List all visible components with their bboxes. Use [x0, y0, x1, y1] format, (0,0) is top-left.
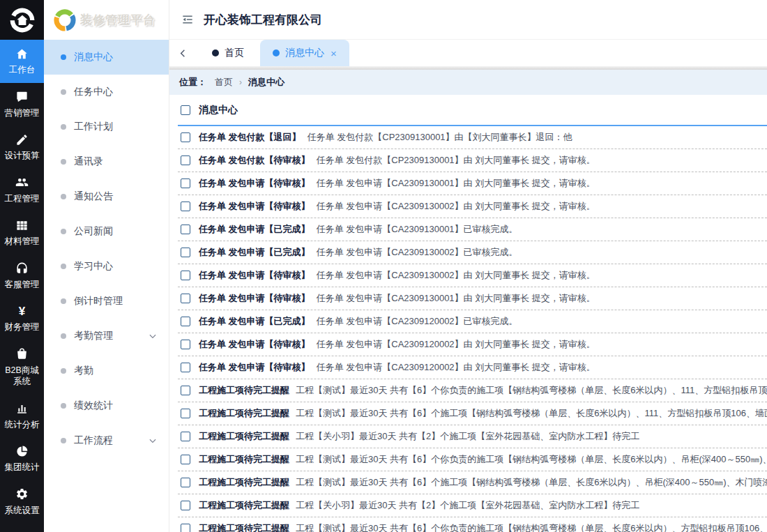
message-row[interactable]: 工程施工项待完工提醒工程【测试】最近30天 共有【6】个施工项【钢结构弧弯楼梯（…	[178, 402, 767, 425]
breadcrumb-current: 消息中心	[248, 76, 284, 89]
submenu-item-label: 通知公告	[74, 190, 113, 203]
sidebar-item-design-budget[interactable]: 设计预算	[0, 126, 44, 169]
submenu-item-company-news[interactable]: 公司新闻	[44, 214, 169, 249]
row-checkbox[interactable]	[181, 155, 190, 165]
message-row[interactable]: 任务单 发包申请【待审核】任务单 发包申请【CA2309130001】由 刘大同…	[178, 287, 767, 310]
edit-icon	[15, 132, 29, 146]
menu-fold-icon[interactable]	[181, 13, 195, 26]
list-header: 消息中心	[178, 95, 767, 126]
message-body: 工程【测试】最近30天 共有【6】个施工项【钢结构弧弯楼梯（单层、长度6米以内）…	[296, 477, 767, 487]
message-title: 任务单 发包申请【待审核】	[199, 270, 310, 280]
tab-dot-icon	[273, 50, 280, 56]
submenu-item-attendance[interactable]: 考勤	[44, 354, 169, 388]
circular-arrows-logo-icon	[9, 7, 36, 33]
submenu-item-label: 公司新闻	[74, 225, 113, 238]
row-checkbox[interactable]	[181, 386, 190, 395]
sidebar-item-system-settings[interactable]: 系统设置	[0, 480, 44, 524]
chevron-down-icon	[148, 331, 158, 341]
row-checkbox[interactable]	[181, 225, 190, 234]
submenu-item-work-plan[interactable]: 工作计划	[44, 109, 169, 144]
bullet-dot-icon	[61, 54, 66, 60]
message-row[interactable]: 任务单 发包申请【已完成】任务单 发包申请【CA2309130001】已审核完成…	[178, 218, 767, 241]
row-checkbox[interactable]	[181, 501, 190, 510]
message-title: 工程施工项待完工提醒	[199, 454, 289, 464]
message-row[interactable]: 任务单 发包申请【已完成】任务单 发包申请【CA2309120002】已审核完成…	[178, 310, 767, 333]
secondary-nav: 消息中心 任务中心 工作计划 通讯录 通知公告 公司新闻 学习中心 倒计时管理 …	[44, 40, 169, 458]
platform-name: 装修管理平台	[80, 12, 155, 28]
home-icon	[15, 47, 29, 61]
message-body: 任务单 发包申请【CA2309130001】由 刘大同董事长 提交，请审核。	[317, 178, 595, 188]
row-checkbox[interactable]	[181, 202, 190, 211]
row-checkbox[interactable]	[181, 248, 190, 257]
submenu-item-performance-stats[interactable]: 绩效统计	[44, 388, 169, 423]
submenu-item-label: 通讯录	[74, 155, 103, 168]
sidebar-item-finance[interactable]: ¥ 财务管理	[0, 297, 44, 340]
message-title: 任务单 发包申请【待审核】	[199, 178, 310, 188]
row-checkbox[interactable]	[181, 340, 190, 349]
message-row[interactable]: 任务单 发包申请【待审核】任务单 发包申请【CA2309130001】由 刘大同…	[178, 172, 767, 195]
message-row[interactable]: 工程施工项待完工提醒工程【测试】最近30天 共有【6】个你负责的施工项【钢结构弧…	[178, 379, 767, 402]
sidebar-item-group-stats[interactable]: 集团统计	[0, 437, 44, 480]
message-row[interactable]: 工程施工项待完工提醒工程【关小羽】最近30天 共有【2】个施工项【室外花园基础、…	[178, 494, 767, 517]
sidebar-item-label: 工程管理	[5, 193, 40, 205]
row-checkbox[interactable]	[181, 478, 190, 487]
row-checkbox[interactable]	[181, 132, 190, 142]
tab-close-icon[interactable]: ×	[331, 48, 337, 59]
sidebar-item-customer-service[interactable]: 客服管理	[0, 254, 44, 298]
tab-home[interactable]: 首页	[196, 40, 260, 66]
breadcrumb-home-link[interactable]: 首页	[215, 76, 233, 89]
bullet-dot-icon	[61, 264, 66, 269]
row-checkbox[interactable]	[181, 524, 190, 532]
submenu-item-workflow[interactable]: 工作流程	[44, 423, 169, 458]
row-checkbox[interactable]	[181, 409, 190, 418]
message-row[interactable]: 工程施工项待完工提醒工程【关小羽】最近30天 共有【2】个施工项【室外花园基础、…	[178, 425, 767, 448]
submenu-item-learning-center[interactable]: 学习中心	[44, 249, 169, 284]
sidebar-item-marketing[interactable]: 营销管理	[0, 83, 44, 126]
submenu-item-announcements[interactable]: 通知公告	[44, 179, 169, 214]
chevron-down-icon	[148, 436, 158, 446]
message-body: 任务单 发包付款【CP2309130001】由【刘大同董事长】退回：他	[307, 132, 572, 142]
message-row[interactable]: 工程施工项待完工提醒工程【测试】最近30天 共有【6】个你负责的施工项【钢结构弧…	[178, 517, 767, 532]
message-body: 任务单 发包申请【CA2309120002】由 刘大同董事长 提交，请审核。	[317, 362, 595, 372]
submenu-item-message-center[interactable]: 消息中心	[44, 40, 169, 75]
select-all-checkbox[interactable]	[181, 105, 190, 115]
row-checkbox[interactable]	[181, 432, 190, 441]
bullet-dot-icon	[61, 229, 66, 234]
row-checkbox[interactable]	[181, 363, 190, 372]
message-row[interactable]: 任务单 发包申请【已完成】任务单 发包申请【CA2309130002】已审核完成…	[178, 241, 767, 264]
platform-logo-icon	[53, 8, 77, 32]
tab-message-center[interactable]: 消息中心 ×	[260, 40, 349, 66]
message-row[interactable]: 任务单 发包申请【待审核】任务单 发包申请【CA2309130002】由 刘大同…	[178, 195, 767, 218]
bullet-dot-icon	[61, 333, 66, 339]
tab-scroll-left-icon[interactable]	[169, 40, 196, 66]
row-checkbox[interactable]	[181, 317, 190, 326]
bag-icon	[15, 347, 29, 361]
message-row[interactable]: 任务单 发包付款【待审核】任务单 发包付款【CP2309130001】由 刘大同…	[178, 149, 767, 172]
submenu-item-countdown-management[interactable]: 倒计时管理	[44, 284, 169, 319]
row-checkbox[interactable]	[181, 455, 190, 464]
row-checkbox[interactable]	[181, 294, 190, 303]
message-row[interactable]: 任务单 发包付款【退回】任务单 发包付款【CP2309130001】由【刘大同董…	[178, 126, 767, 149]
message-title: 工程施工项待完工提醒	[199, 500, 289, 510]
message-row[interactable]: 任务单 发包申请【待审核】任务单 发包申请【CA2309120002】由 刘大同…	[178, 333, 767, 356]
sidebar-item-statistics[interactable]: 统计分析	[0, 395, 44, 438]
message-row[interactable]: 工程施工项待完工提醒工程【测试】最近30天 共有【6】个你负责的施工项【钢结构弧…	[178, 448, 767, 471]
message-row[interactable]: 任务单 发包申请【待审核】任务单 发包申请【CA2309120002】由 刘大同…	[178, 356, 767, 379]
submenu-item-contacts[interactable]: 通讯录	[44, 144, 169, 179]
submenu-item-label: 工作流程	[74, 434, 113, 447]
message-row[interactable]: 任务单 发包申请【待审核】任务单 发包申请【CA2309130002】由 刘大同…	[178, 264, 767, 287]
submenu-item-task-center[interactable]: 任务中心	[44, 75, 169, 109]
message-title: 任务单 发包申请【已完成】	[199, 316, 310, 326]
row-checkbox[interactable]	[181, 271, 190, 280]
app-logo[interactable]	[0, 0, 44, 40]
sidebar-item-project-management[interactable]: 工程管理	[0, 169, 44, 212]
message-title: 任务单 发包申请【待审核】	[199, 339, 310, 349]
message-body: 任务单 发包申请【CA2309120002】由 刘大同董事长 提交，请审核。	[317, 339, 595, 349]
breadcrumb: 位置： 首页 › 消息中心	[169, 70, 767, 95]
sidebar-item-workbench[interactable]: 工作台	[0, 40, 44, 83]
message-row[interactable]: 工程施工项待完工提醒工程【测试】最近30天 共有【6】个施工项【钢结构弧弯楼梯（…	[178, 471, 767, 494]
submenu-item-attendance-management[interactable]: 考勤管理	[44, 319, 169, 354]
row-checkbox[interactable]	[181, 178, 190, 188]
sidebar-item-b2b-mall[interactable]: B2B商城系统	[0, 340, 44, 395]
sidebar-item-materials[interactable]: 材料管理	[0, 211, 44, 254]
